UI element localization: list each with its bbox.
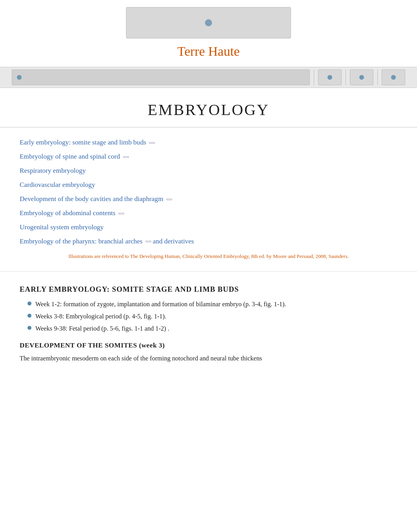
toc-link-7[interactable]: Urogenital system embryology [20, 223, 104, 231]
toc-note: Illustrations are referenced to The Deve… [43, 252, 374, 260]
toc-inline-8: Embryology of the pharynx: branchial arc… [20, 238, 194, 245]
toc-row-2: Embryology of spine and spinal cord [20, 153, 397, 161]
toc-tag-5 [166, 199, 172, 200]
bullet-text-2: Weeks 3-8: Embryological period (p. 4-5,… [35, 311, 166, 321]
section-2-heading: DEVELOPMENT OF THE SOMITES (week 3) [20, 342, 397, 349]
toc-link-8a[interactable]: Embryology of the pharynx: branchial arc… [20, 238, 143, 245]
bullet-item-1: Week 1-2: formation of zygote, implantat… [27, 299, 397, 309]
toc-row-7: Urogenital system embryology [20, 223, 397, 231]
toc-link-5[interactable]: Development of the body cavities and the… [20, 195, 163, 203]
nav-bar [0, 67, 417, 88]
toc-row-8: Embryology of the pharynx: branchial arc… [20, 238, 397, 245]
bullet-dot-2 [27, 314, 31, 318]
page-title-section: EMBRYOLOGY [0, 88, 417, 128]
toc-tag-2 [123, 156, 129, 158]
nav-dot-4 [391, 75, 396, 80]
toc-row-5: Development of the body cavities and the… [20, 195, 397, 203]
toc-link-4[interactable]: Cardiovascular embryology [20, 181, 95, 188]
toc-tag-8a [146, 241, 151, 242]
toc-row-1: Early embryology: somite stage and limb … [20, 139, 397, 146]
toc-row-3: Respiratory embryology [20, 167, 397, 175]
toc-link-2[interactable]: Embryology of spine and spinal cord [20, 153, 120, 160]
nav-item-1[interactable] [318, 69, 342, 85]
nav-separator-1 [314, 69, 314, 85]
toc-link-8b[interactable]: and derivatives [153, 238, 194, 245]
nav-item-2[interactable] [350, 69, 373, 85]
toc-tag-1 [149, 142, 155, 144]
bullet-item-3: Weeks 9-38: Fetal period (p. 5-6, figs. … [27, 324, 397, 333]
nav-separator-3 [377, 69, 378, 85]
header: Terre Haute [0, 0, 417, 67]
nav-main-box[interactable] [12, 69, 310, 85]
toc-link-1[interactable]: Early embryology: somite stage and limb … [20, 139, 146, 146]
toc-section: Early embryology: somite stage and limb … [0, 128, 417, 272]
bullet-text-3: Weeks 9-38: Fetal period (p. 5-6, figs. … [35, 324, 169, 333]
page-title: EMBRYOLOGY [0, 101, 417, 119]
header-image [126, 7, 291, 38]
body-text-1: The intraembryonic mesoderm on each side… [20, 353, 397, 364]
bullet-dot-1 [27, 302, 31, 305]
nav-dot-1 [17, 75, 22, 80]
section-1-heading: EARLY EMBRYOLOGY: SOMITE STAGE AND LIMB … [20, 285, 397, 294]
toc-tag-6 [119, 213, 124, 214]
bullet-list: Week 1-2: formation of zygote, implantat… [27, 299, 397, 334]
nav-separator-2 [346, 69, 346, 85]
bullet-dot-3 [27, 326, 31, 330]
toc-link-3[interactable]: Respiratory embryology [20, 167, 86, 174]
bullet-item-2: Weeks 3-8: Embryological period (p. 4-5,… [27, 311, 397, 321]
header-image-dot [205, 19, 212, 26]
toc-row-4: Cardiovascular embryology [20, 181, 397, 189]
nav-dot-3 [359, 75, 364, 80]
nav-item-3[interactable] [382, 69, 405, 85]
toc-link-6[interactable]: Embryology of abdominal contents [20, 209, 115, 217]
bullet-text-1: Week 1-2: formation of zygote, implantat… [35, 299, 286, 309]
site-title: Terre Haute [177, 44, 240, 59]
nav-dot-2 [327, 75, 332, 80]
content-section: EARLY EMBRYOLOGY: SOMITE STAGE AND LIMB … [0, 272, 417, 375]
toc-row-6: Embryology of abdominal contents [20, 209, 397, 217]
